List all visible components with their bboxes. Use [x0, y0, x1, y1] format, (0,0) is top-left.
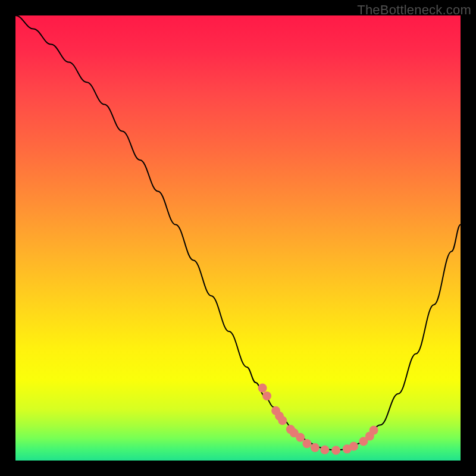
- marker-dots: [258, 384, 378, 455]
- marker-dot: [278, 416, 287, 425]
- marker-dot: [258, 384, 267, 393]
- marker-dot: [311, 443, 320, 452]
- marker-dot: [296, 433, 305, 442]
- bottleneck-curve: [15, 15, 461, 450]
- chart-overlay: [15, 15, 461, 461]
- marker-dot: [320, 446, 329, 455]
- marker-dot: [369, 426, 378, 435]
- marker-dot: [349, 442, 358, 451]
- marker-dot: [302, 439, 311, 448]
- marker-dot: [262, 392, 271, 400]
- marker-dot: [331, 446, 340, 455]
